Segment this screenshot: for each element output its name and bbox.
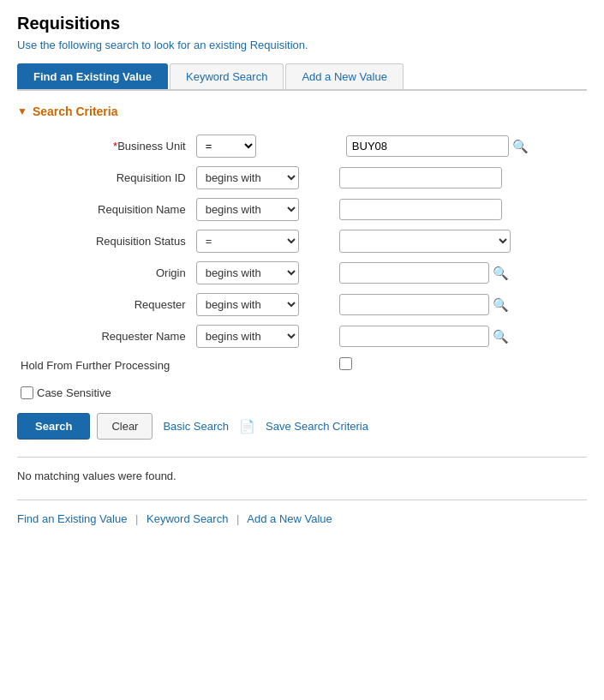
origin-row: Origin begins with contains = not = ends… bbox=[17, 257, 587, 289]
requisition-status-operator[interactable]: = not = bbox=[196, 230, 299, 253]
collapse-arrow-icon[interactable]: ▼ bbox=[17, 105, 27, 117]
bottom-link-find[interactable]: Find an Existing Value bbox=[17, 512, 127, 525]
origin-lookup-button[interactable]: 🔍 bbox=[493, 266, 509, 281]
origin-operator[interactable]: begins with contains = not = ends with bbox=[196, 261, 299, 284]
requisition-id-operator[interactable]: begins with contains = not = ends with bbox=[196, 166, 299, 189]
requisition-id-row: Requisition ID begins with contains = no… bbox=[17, 162, 587, 194]
business-unit-row: *Business Unit = not = 🔍 bbox=[17, 130, 587, 162]
requisition-id-label: Requisition ID bbox=[17, 162, 191, 194]
basic-search-button[interactable]: Basic Search bbox=[159, 420, 232, 433]
requisition-status-label: Requisition Status bbox=[17, 225, 191, 257]
bottom-sep-1: | bbox=[135, 512, 138, 525]
case-sensitive-checkbox[interactable] bbox=[21, 386, 33, 399]
clear-button[interactable]: Clear bbox=[97, 413, 152, 440]
requisition-status-value-cell: Open Closed Cancelled Pending Approval bbox=[334, 225, 587, 257]
requester-value-cell: 🔍 bbox=[334, 289, 587, 320]
business-unit-value-cell: 🔍 bbox=[334, 130, 587, 162]
case-sensitive-label: Case Sensitive bbox=[37, 386, 111, 399]
requester-name-input[interactable] bbox=[339, 326, 489, 347]
requisition-id-value-cell bbox=[334, 162, 587, 194]
requester-operator-cell: begins with contains = not = ends with bbox=[191, 289, 334, 320]
requester-input[interactable] bbox=[339, 294, 489, 315]
origin-label: Origin bbox=[17, 257, 191, 289]
requester-name-label: Requester Name bbox=[17, 320, 191, 352]
requester-name-value-cell: 🔍 bbox=[334, 320, 587, 352]
requester-name-operator[interactable]: begins with contains = not = ends with bbox=[196, 325, 299, 348]
business-unit-input[interactable] bbox=[346, 135, 509, 157]
requester-input-wrap: 🔍 bbox=[339, 294, 582, 315]
search-button[interactable]: Search bbox=[17, 413, 90, 440]
divider bbox=[17, 457, 587, 458]
save-criteria-icon: 📄 bbox=[239, 419, 255, 434]
bottom-sep-2: | bbox=[236, 512, 239, 525]
bottom-link-add[interactable]: Add a New Value bbox=[247, 512, 332, 525]
save-search-criteria-button[interactable]: Save Search Criteria bbox=[262, 420, 372, 433]
business-unit-operator-cell: = not = bbox=[191, 130, 334, 162]
page-title: Requisitions bbox=[17, 14, 587, 33]
requester-operator[interactable]: begins with contains = not = ends with bbox=[196, 293, 299, 316]
origin-value-cell: 🔍 bbox=[334, 257, 587, 289]
search-criteria-header: ▼ Search Criteria bbox=[17, 105, 587, 118]
tab-keyword-search[interactable]: Keyword Search bbox=[170, 63, 284, 89]
no-results-message: No matching values were found. bbox=[17, 470, 587, 482]
requisition-name-row: Requisition Name begins with contains = … bbox=[17, 194, 587, 225]
required-indicator: * bbox=[113, 140, 117, 153]
case-sensitive-row: Case Sensitive bbox=[21, 386, 587, 399]
requester-name-lookup-button[interactable]: 🔍 bbox=[493, 329, 509, 344]
requester-label: Requester bbox=[17, 289, 191, 320]
requisition-name-operator[interactable]: begins with contains = not = ends with bbox=[196, 198, 299, 221]
requester-row: Requester begins with contains = not = e… bbox=[17, 289, 587, 320]
bottom-links: Find an Existing Value | Keyword Search … bbox=[17, 512, 587, 525]
requester-lookup-button[interactable]: 🔍 bbox=[493, 297, 509, 313]
requisition-id-operator-cell: begins with contains = not = ends with bbox=[191, 162, 334, 194]
bottom-divider bbox=[17, 500, 587, 500]
business-unit-input-wrap: 🔍 bbox=[339, 135, 582, 157]
action-button-row: Search Clear Basic Search 📄 Save Search … bbox=[17, 413, 587, 440]
page-subtitle: Use the following search to look for an … bbox=[17, 39, 587, 51]
requisition-name-operator-cell: begins with contains = not = ends with bbox=[191, 194, 334, 225]
business-unit-lookup-button[interactable]: 🔍 bbox=[512, 139, 529, 154]
requisition-status-operator-cell: = not = bbox=[191, 225, 334, 257]
hold-from-processing-row: Hold From Further Processing bbox=[17, 352, 587, 378]
origin-input-wrap: 🔍 bbox=[339, 262, 582, 284]
search-form: *Business Unit = not = 🔍 Requisition ID … bbox=[17, 130, 587, 378]
origin-input[interactable] bbox=[339, 262, 489, 284]
requisition-status-row: Requisition Status = not = Open Closed C… bbox=[17, 225, 587, 257]
tab-bar: Find an Existing Value Keyword Search Ad… bbox=[17, 63, 587, 91]
origin-operator-cell: begins with contains = not = ends with bbox=[191, 257, 334, 289]
tab-add-new-value[interactable]: Add a New Value bbox=[285, 63, 404, 89]
requester-name-operator-cell: begins with contains = not = ends with bbox=[191, 320, 334, 352]
requisition-status-value-select[interactable]: Open Closed Cancelled Pending Approval bbox=[339, 230, 511, 253]
business-unit-label: *Business Unit bbox=[17, 130, 191, 162]
hold-from-processing-checkbox[interactable] bbox=[339, 357, 352, 370]
bottom-link-keyword[interactable]: Keyword Search bbox=[147, 512, 228, 525]
business-unit-operator[interactable]: = not = bbox=[196, 135, 256, 158]
requisition-name-value-cell bbox=[334, 194, 587, 225]
hold-from-processing-checkbox-cell bbox=[334, 352, 587, 378]
requisition-name-label: Requisition Name bbox=[17, 194, 191, 225]
requisition-name-input[interactable] bbox=[339, 199, 502, 220]
hold-from-processing-label: Hold From Further Processing bbox=[21, 359, 170, 372]
requester-name-row: Requester Name begins with contains = no… bbox=[17, 320, 587, 352]
requester-name-input-wrap: 🔍 bbox=[339, 326, 582, 347]
search-criteria-label: Search Criteria bbox=[33, 105, 118, 118]
tab-find-existing[interactable]: Find an Existing Value bbox=[17, 63, 168, 89]
requisition-id-input[interactable] bbox=[339, 167, 502, 188]
